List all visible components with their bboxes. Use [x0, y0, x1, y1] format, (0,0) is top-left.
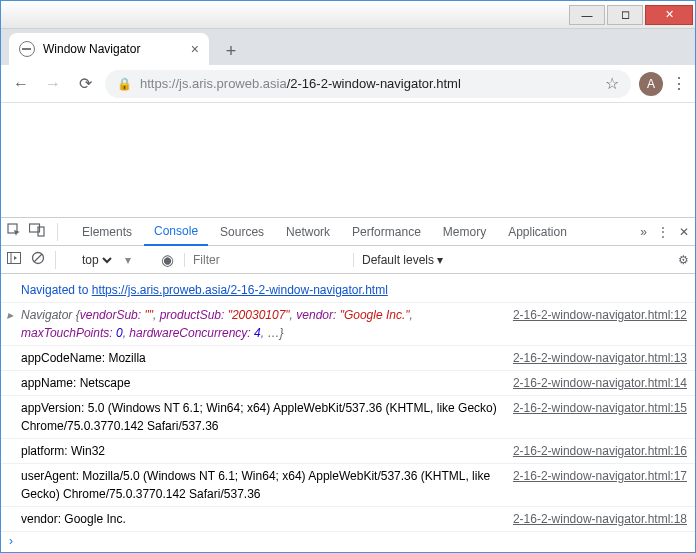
device-toggle-icon[interactable] — [29, 223, 45, 240]
console-settings-icon[interactable]: ⚙ — [678, 253, 689, 267]
source-link[interactable]: 2-16-2-window-navigator.html:14 — [505, 374, 687, 392]
tab-network[interactable]: Network — [276, 218, 340, 246]
console-log-row: userAgent: Mozilla/5.0 (Windows NT 6.1; … — [1, 464, 695, 507]
tab-strip: Window Navigator × + — [1, 29, 695, 65]
inspect-element-icon[interactable] — [7, 223, 21, 240]
globe-icon — [19, 41, 35, 57]
console-filter-input[interactable] — [184, 253, 343, 267]
close-tab-icon[interactable]: × — [191, 41, 199, 57]
log-levels-select[interactable]: Default levels ▾ — [353, 253, 443, 267]
profile-avatar[interactable]: A — [639, 72, 663, 96]
live-expression-icon[interactable]: ◉ — [161, 251, 174, 269]
tab-sources[interactable]: Sources — [210, 218, 274, 246]
object-name: Navigator — [21, 308, 76, 322]
forward-button[interactable]: → — [41, 72, 65, 96]
tab-memory[interactable]: Memory — [433, 218, 496, 246]
bookmark-star-icon[interactable]: ☆ — [605, 74, 619, 93]
window-maximize-button[interactable]: ◻ — [607, 5, 643, 25]
tab-elements[interactable]: Elements — [72, 218, 142, 246]
address-bar[interactable]: 🔒 https://js.aris.proweb.asia/2-16-2-win… — [105, 70, 631, 98]
log-text: vendor: Google Inc. — [21, 510, 505, 528]
log-text: userAgent: Mozilla/5.0 (Windows NT 6.1; … — [21, 467, 505, 503]
tab-title: Window Navigator — [43, 42, 140, 56]
tab-console[interactable]: Console — [144, 218, 208, 246]
devtools-menu-icon[interactable]: ⋮ — [657, 225, 669, 239]
back-button[interactable]: ← — [9, 72, 33, 96]
expand-arrow-icon[interactable]: ▸ — [7, 306, 13, 324]
browser-tab[interactable]: Window Navigator × — [9, 33, 209, 65]
tab-performance[interactable]: Performance — [342, 218, 431, 246]
window-close-button[interactable]: ✕ — [645, 5, 693, 25]
source-link[interactable]: 2-16-2-window-navigator.html:17 — [505, 467, 687, 485]
url-text: https://js.aris.proweb.asia/2-16-2-windo… — [140, 76, 461, 91]
console-prompt[interactable]: › — [1, 532, 695, 550]
browser-menu-button[interactable]: ⋮ — [671, 74, 687, 93]
console-navigation-row: Navigated to https://js.aris.proweb.asia… — [1, 278, 695, 303]
log-text: appVersion: 5.0 (Windows NT 6.1; Win64; … — [21, 399, 505, 435]
nav-url-link[interactable]: https://js.aris.proweb.asia/2-16-2-windo… — [92, 283, 388, 297]
clear-console-icon[interactable] — [31, 251, 45, 268]
new-tab-button[interactable]: + — [217, 37, 245, 65]
console-log-row: platform: Win32 2-16-2-window-navigator.… — [1, 439, 695, 464]
source-link[interactable]: 2-16-2-window-navigator.html:15 — [505, 399, 687, 417]
console-output: Navigated to https://js.aris.proweb.asia… — [1, 274, 695, 550]
source-link[interactable]: 2-16-2-window-navigator.html:18 — [505, 510, 687, 528]
console-log-row: appVersion: 5.0 (Windows NT 6.1; Win64; … — [1, 396, 695, 439]
console-sidebar-toggle-icon[interactable] — [7, 252, 21, 267]
separator — [55, 251, 68, 269]
more-tabs-icon[interactable]: » — [640, 225, 647, 239]
lock-icon: 🔒 — [117, 77, 132, 91]
separator — [57, 223, 70, 241]
log-text: appCodeName: Mozilla — [21, 349, 505, 367]
console-log-row: appName: Netscape 2-16-2-window-navigato… — [1, 371, 695, 396]
page-content — [1, 103, 695, 217]
log-text: platform: Win32 — [21, 442, 505, 460]
log-text: appName: Netscape — [21, 374, 505, 392]
console-log-row: appCodeName: Mozilla 2-16-2-window-navig… — [1, 346, 695, 371]
console-object-row: ▸ Navigator {vendorSub: "", productSub: … — [1, 303, 695, 346]
source-link[interactable]: 2-16-2-window-navigator.html:12 — [505, 306, 687, 324]
devtools-panel: Elements Console Sources Network Perform… — [1, 217, 695, 550]
devtools-close-icon[interactable]: ✕ — [679, 225, 689, 239]
svg-line-6 — [34, 254, 42, 262]
execution-context-select[interactable]: top — [78, 252, 115, 268]
reload-button[interactable]: ⟳ — [73, 72, 97, 96]
nav-prefix: Navigated to — [21, 283, 92, 297]
window-titlebar: — ◻ ✕ — [1, 1, 695, 29]
console-toolbar: top ▾ ◉ Default levels ▾ ⚙ — [1, 246, 695, 274]
devtools-tab-bar: Elements Console Sources Network Perform… — [1, 218, 695, 246]
window-minimize-button[interactable]: — — [569, 5, 605, 25]
browser-toolbar: ← → ⟳ 🔒 https://js.aris.proweb.asia/2-16… — [1, 65, 695, 103]
source-link[interactable]: 2-16-2-window-navigator.html:16 — [505, 442, 687, 460]
tab-application[interactable]: Application — [498, 218, 577, 246]
source-link[interactable]: 2-16-2-window-navigator.html:13 — [505, 349, 687, 367]
console-log-row: vendor: Google Inc. 2-16-2-window-naviga… — [1, 507, 695, 532]
